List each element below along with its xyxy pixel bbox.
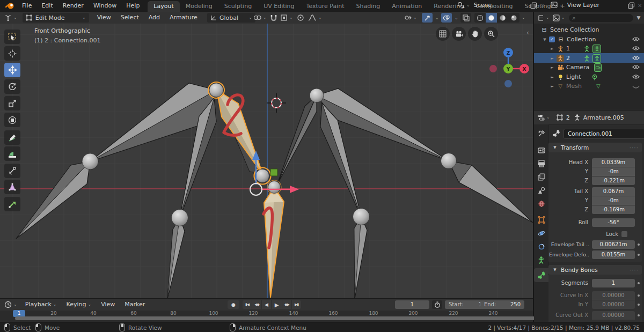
animate-dot[interactable]: [638, 244, 640, 246]
record-button[interactable]: ●: [228, 300, 239, 309]
play-reverse-button[interactable]: ◀: [261, 300, 271, 309]
tab-bone-active[interactable]: [534, 268, 548, 282]
viewport-3d[interactable]: Front Orthographic (1) 2 : Connection.00…: [0, 24, 533, 298]
tab-shading[interactable]: Shading: [350, 1, 386, 12]
tab-tool[interactable]: [538, 130, 545, 139]
tab-world[interactable]: [538, 200, 545, 209]
gizmo-y-handle[interactable]: [270, 169, 277, 176]
bone-name-input[interactable]: Connection.001: [564, 129, 644, 139]
panel-grip-icon[interactable]: ····: [630, 267, 639, 273]
panel-grip-icon[interactable]: ····: [630, 144, 639, 151]
menu-render[interactable]: Render: [58, 0, 89, 12]
proportional-editing-icon[interactable]: [297, 14, 304, 23]
sidebar-toggle-icon[interactable]: ‹: [526, 29, 529, 36]
delete-scene-icon[interactable]: ✕: [540, 3, 545, 9]
breadcrumb-data[interactable]: Armature.005: [583, 114, 624, 121]
timeline-editor-type-button[interactable]: ⌄: [4, 301, 17, 308]
tab-sculpting[interactable]: Sculpting: [218, 1, 258, 12]
tool-transform[interactable]: [4, 113, 20, 127]
outliner-row-scene-collection[interactable]: ⊟ Scene Collection: [534, 25, 644, 34]
zoom-view-button[interactable]: [484, 27, 498, 41]
animate-dot[interactable]: [638, 294, 640, 297]
transform-panel-header[interactable]: ▼ Transform ····: [548, 143, 642, 152]
hidden-icon[interactable]: [632, 84, 640, 91]
current-frame-field[interactable]: 1: [395, 300, 429, 309]
envelope-defo-field[interactable]: 0.0155m: [592, 250, 635, 259]
tab-layout[interactable]: Layout: [148, 1, 179, 12]
breadcrumb-object[interactable]: 2: [566, 114, 570, 121]
expand-icon[interactable]: ►: [549, 65, 555, 70]
use-preview-range-button[interactable]: [432, 300, 442, 309]
outliner-editor-type-button[interactable]: ⌄: [537, 14, 550, 21]
expand-icon[interactable]: ►: [549, 47, 555, 51]
tab-view-layer[interactable]: [538, 173, 545, 182]
show-gizmo-dropdown[interactable]: ⌄: [404, 14, 417, 21]
segments-field[interactable]: 1: [592, 279, 635, 287]
camera-view-button[interactable]: [452, 27, 466, 41]
expand-icon[interactable]: ►: [549, 75, 555, 79]
tool-measure[interactable]: [4, 146, 20, 161]
menu-playback[interactable]: Playback⌄: [20, 299, 62, 311]
menu-select[interactable]: Select: [116, 12, 144, 24]
shading-dropdown[interactable]: ⌄: [522, 16, 525, 20]
tail-z-field[interactable]: -0.169m: [592, 205, 635, 214]
shading-material-button[interactable]: [497, 13, 508, 23]
animate-dot[interactable]: [638, 314, 640, 316]
falloff-dropdown[interactable]: ⌄: [308, 14, 322, 21]
tail-x-field[interactable]: 0.067m: [592, 187, 635, 196]
roll-field[interactable]: -56°: [592, 218, 635, 227]
head-z-field[interactable]: -0.221m: [592, 176, 635, 185]
new-layer-icon[interactable]: [628, 2, 635, 11]
tool-rotate[interactable]: [4, 79, 20, 94]
view-layer-selector[interactable]: ⌄ View Layer: [551, 2, 599, 9]
play-button[interactable]: ▶: [271, 300, 282, 309]
timeline-scrollbar[interactable]: [15, 316, 539, 320]
head-x-field[interactable]: 0.0339m: [592, 158, 635, 167]
menu-window[interactable]: Window: [89, 0, 121, 12]
curve-out-x-field[interactable]: 0.00000: [592, 311, 635, 320]
outliner-search-input[interactable]: ⌕: [569, 14, 633, 22]
shading-solid-button[interactable]: [486, 13, 497, 23]
pan-view-button[interactable]: [468, 27, 482, 41]
xray-toggle[interactable]: [460, 13, 471, 23]
outliner-display-mode-button[interactable]: ⌄: [553, 14, 565, 21]
tab-object[interactable]: [538, 216, 545, 225]
menu-armature[interactable]: Armature: [165, 12, 202, 24]
properties-editor-type-button[interactable]: ⌄: [537, 114, 550, 121]
bendy-bones-panel-header[interactable]: ▼ Bendy Bones ····: [548, 265, 642, 275]
animate-dot[interactable]: [638, 254, 640, 256]
shading-rendered-button[interactable]: [508, 13, 519, 23]
prev-keyframe-button[interactable]: ◀◆: [252, 300, 261, 309]
tool-extrude[interactable]: [4, 197, 20, 211]
new-scene-icon[interactable]: [530, 2, 537, 11]
tab-animation[interactable]: Animation: [386, 1, 428, 12]
hide-icon[interactable]: [632, 46, 640, 53]
gizmos-dropdown[interactable]: ⌄: [435, 16, 439, 20]
tail-y-field[interactable]: -0m: [592, 196, 635, 205]
scene-selector[interactable]: ⌄ Scene: [457, 2, 492, 9]
tool-annotate[interactable]: [4, 130, 20, 145]
tab-modeling[interactable]: Modeling: [180, 1, 218, 12]
tool-move[interactable]: [4, 63, 20, 77]
frame-start-field[interactable]: Start:1: [445, 300, 486, 309]
transform-orientation-dropdown[interactable]: Global ⌄: [207, 13, 255, 23]
filter-icon[interactable]: ▼: [636, 15, 640, 20]
expand-icon[interactable]: ▼: [541, 38, 548, 42]
remove-layer-icon[interactable]: ✕: [638, 3, 642, 9]
overlays-dropdown[interactable]: ⌄: [455, 16, 458, 20]
outliner-row-collection[interactable]: ▼ ✓ ⊟ Collection: [534, 35, 644, 44]
tool-scale[interactable]: [4, 96, 20, 110]
tab-output[interactable]: [538, 160, 545, 169]
menu-timeline-view[interactable]: View: [96, 299, 120, 311]
next-keyframe-button[interactable]: ◆▶: [282, 300, 291, 309]
snap-target-dropdown[interactable]: ⌄: [280, 14, 293, 21]
tab-texture-paint[interactable]: Texture Paint: [301, 1, 350, 12]
expand-icon[interactable]: ►: [549, 56, 555, 61]
tool-cursor[interactable]: [4, 46, 20, 61]
outliner-row-camera[interactable]: ► Camera: [534, 63, 644, 72]
pivot-point-dropdown[interactable]: ⌄: [253, 14, 267, 21]
shading-wireframe-button[interactable]: [474, 13, 486, 23]
mode-dropdown[interactable]: Edit Mode ⌄: [23, 13, 89, 23]
menu-file[interactable]: File: [17, 0, 36, 12]
hide-icon[interactable]: [632, 36, 640, 43]
